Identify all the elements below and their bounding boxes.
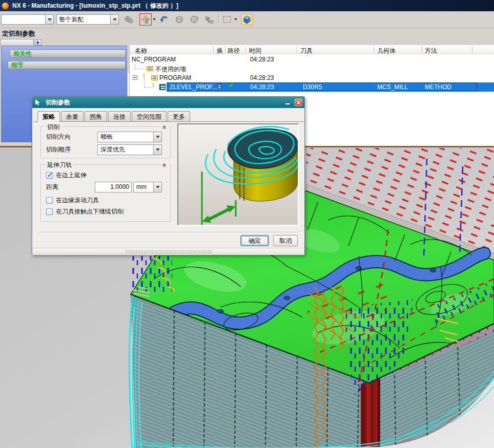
- cursor-arrow-icon: [34, 99, 42, 106]
- cut-order-label: 切削顺序: [46, 145, 97, 154]
- close-button[interactable]: [295, 99, 302, 106]
- row-geometry: MCS_MILL: [377, 83, 408, 91]
- selection-scope-combo[interactable]: [1, 14, 54, 25]
- row-time: 04:28:23: [250, 83, 274, 91]
- row-name: ZLEVEL_PROF...: [170, 83, 217, 91]
- window-title: NX 6 - Manufacturing - [tumoxin_stp_stp.…: [12, 2, 178, 10]
- marquee-select-icon[interactable]: [221, 14, 233, 25]
- face-red-dashes: [307, 284, 387, 320]
- tab-containment[interactable]: 空间范围: [132, 111, 167, 121]
- group-title: 延伸刀轨: [45, 161, 74, 169]
- titlebar[interactable]: NX 6 - Manufacturing - [tumoxin_stp_stp.…: [0, 0, 494, 11]
- row-time: 04:28:23: [250, 56, 274, 63]
- column-geometry[interactable]: 几何体: [377, 47, 396, 55]
- table-row-selected[interactable]: ! ZLEVEL_PROF... ✔ 04:28:23 D30R5 MCS_MI…: [130, 82, 494, 92]
- gears-icon[interactable]: [123, 14, 134, 25]
- nx-application-window: { "titlebar": { "title": "NX 6 - Manufac…: [0, 0, 494, 448]
- cut-order-select[interactable]: 深度优先: [97, 144, 162, 155]
- distance-label: 距离: [46, 183, 95, 191]
- group-title: 切削: [45, 123, 61, 132]
- dialog-titlebar[interactable]: 切削参数: [32, 97, 304, 108]
- warning-icon: !: [152, 81, 154, 89]
- cancel-button[interactable]: 取消: [273, 235, 298, 246]
- tab-connections[interactable]: 连接: [108, 111, 131, 121]
- dialog-tabs: 策略 余量 拐角 连接 空间范围 更多: [37, 111, 191, 121]
- sidebar-item-dependencies[interactable]: 相关性: [10, 50, 126, 58]
- close-icon: [296, 100, 301, 105]
- cutting-parameters-dialog: 切削参数 策略 余量 拐角 连接 空间范围 更多 切削 « 切削方向 顺铣 切削…: [32, 96, 305, 255]
- collapse-chevrons-icon[interactable]: «: [161, 124, 169, 129]
- table-row[interactable]: NC_PROGRAM 04:28:23: [130, 55, 494, 64]
- cutting-group: 切削 « 切削方向 顺铣 切削顺序 深度优先: [40, 126, 171, 158]
- pan-view-icon[interactable]: [203, 14, 215, 25]
- collapse-icon[interactable]: [133, 75, 137, 80]
- chevron-down-icon[interactable]: [234, 18, 237, 20]
- resource-tab[interactable]: [0, 39, 34, 46]
- chevron-down-icon[interactable]: [153, 182, 161, 192]
- column-time[interactable]: 时间: [249, 47, 261, 55]
- nx-logo-icon: [2, 2, 9, 10]
- main-toolbar: 整个装配: [0, 11, 494, 28]
- chevron-down-icon[interactable]: [110, 15, 118, 24]
- column-toolchange[interactable]: 换: [217, 47, 223, 55]
- cut-direction-select[interactable]: 顺铣: [97, 132, 162, 142]
- cue-line: 定切削参数: [2, 29, 35, 38]
- column-path[interactable]: 路径: [228, 47, 240, 55]
- expand-panel-button[interactable]: [35, 39, 42, 46]
- row-name: NC_PROGRAM: [132, 56, 176, 63]
- chevron-down-icon[interactable]: [153, 132, 161, 142]
- navigator-header: 名称 换 路径 时间 刀具 几何体 方法: [130, 46, 494, 54]
- folder-icon: [151, 75, 158, 80]
- chevron-right-icon: [37, 40, 39, 45]
- extend-on-edges-label: 在边上延伸: [56, 171, 87, 180]
- tab-more[interactable]: 更多: [168, 111, 190, 121]
- row-tool: D30R5: [303, 83, 322, 91]
- extend-on-edges-checkbox[interactable]: [46, 172, 53, 179]
- row-name: 不使用的项: [155, 65, 186, 74]
- dialog-title: 切削参数: [46, 98, 283, 107]
- unit-select[interactable]: mm: [133, 182, 162, 193]
- tab-stock[interactable]: 余量: [61, 111, 84, 121]
- folder-icon: [147, 66, 153, 71]
- tab-divider: [33, 121, 304, 122]
- distance-input[interactable]: [95, 182, 132, 193]
- toolbar-separator: [137, 14, 137, 25]
- collapse-chevrons-icon[interactable]: «: [161, 162, 169, 167]
- cut-direction-label: 切削方向: [46, 133, 97, 141]
- tab-corners[interactable]: 拐角: [85, 111, 107, 121]
- minimize-icon: [285, 103, 290, 104]
- footer-divider: [38, 232, 299, 233]
- preview-image: [177, 123, 299, 226]
- check-icon: ✔: [229, 81, 234, 89]
- chevron-down-icon[interactable]: [153, 145, 161, 155]
- column-tool[interactable]: 刀具: [300, 47, 313, 55]
- table-row[interactable]: ! PROGRAM 04:28:23: [130, 73, 494, 82]
- roll-tool-checkbox[interactable]: [46, 197, 53, 204]
- dialog-resize-grip[interactable]: [32, 248, 304, 255]
- continue-under-contact-label: 在刀具接触点下继续切削: [56, 207, 123, 216]
- ok-button[interactable]: 确定: [240, 235, 269, 246]
- shaded-view-cube-icon[interactable]: [241, 14, 253, 25]
- continue-under-contact-checkbox[interactable]: [46, 208, 53, 215]
- table-row[interactable]: 不使用的项: [130, 64, 494, 73]
- chevron-down-icon[interactable]: [45, 15, 53, 24]
- roll-tool-label: 在边缘滚动刀具: [56, 196, 99, 205]
- sidebar-item-details[interactable]: 细节: [8, 61, 126, 69]
- row-name: PROGRAM: [159, 74, 191, 81]
- row-time: 04:28:23: [250, 74, 274, 81]
- chevron-down-icon[interactable]: [153, 18, 156, 20]
- tab-strategy[interactable]: 策略: [37, 111, 60, 122]
- solid-body-icon[interactable]: [174, 14, 185, 25]
- column-name[interactable]: 名称: [135, 47, 147, 55]
- toolchange-icon: [218, 83, 221, 90]
- selection-filter-icon[interactable]: [140, 14, 151, 25]
- operation-icon: [159, 84, 166, 90]
- minimize-button[interactable]: [283, 99, 292, 106]
- row-method: METHOD: [425, 83, 451, 91]
- extend-toolpath-group: 延伸刀轨 « 在边上延伸 距离 mm 在边缘滚动刀具 在刀具接触点下继续切削: [40, 164, 171, 222]
- column-method[interactable]: 方法: [425, 47, 437, 55]
- rotate-view-icon[interactable]: [189, 14, 200, 25]
- assembly-scope-combo[interactable]: 整个装配: [56, 14, 119, 25]
- toolbar-separator: [218, 14, 219, 25]
- undo-icon[interactable]: [159, 14, 170, 25]
